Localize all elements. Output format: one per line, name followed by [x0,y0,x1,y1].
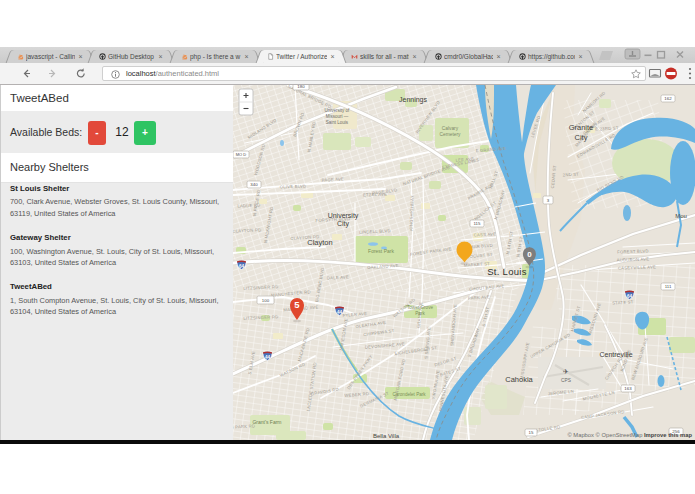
svg-text:Cahokia: Cahokia [505,375,533,384]
svg-text:Calvary: Calvary [442,126,459,131]
svg-text:115: 115 [474,221,482,226]
svg-text:Mou: Mou [675,213,687,219]
svg-text:Carondelet Park: Carondelet Park [392,392,426,397]
svg-text:180: 180 [297,85,305,89]
svg-text:CPS: CPS [561,378,571,383]
svg-text:Granite: Granite [569,123,594,132]
svg-text:OLIVE BLVD: OLIVE BLVD [280,184,307,190]
svg-text:64: 64 [627,294,633,299]
svg-text:✈: ✈ [563,368,569,375]
svg-text:100: 100 [262,298,270,303]
svg-text:City: City [575,133,588,142]
svg-text:Missouri —: Missouri — [326,114,349,119]
svg-text:15: 15 [529,430,534,435]
svg-text:340: 340 [250,182,258,187]
svg-text:163: 163 [624,386,632,391]
svg-text:Tower Grove: Tower Grove [407,305,433,310]
svg-text:Bella Villa: Bella Villa [373,433,400,439]
svg-text:162: 162 [664,96,672,101]
svg-text:University: University [328,212,359,220]
svg-text:Forest Park: Forest Park [368,248,394,254]
svg-text:St. Louis: St. Louis [487,266,527,277]
svg-text:City: City [337,220,350,228]
svg-text:Grant's Farm: Grant's Farm [252,419,281,425]
svg-text:2ND ST: 2ND ST [563,172,580,178]
svg-text:5: 5 [294,299,300,310]
svg-text:44: 44 [265,355,271,360]
svg-text:Park: Park [415,311,425,316]
svg-text:Centreville: Centreville [599,351,632,358]
svg-text:University of: University of [325,108,351,113]
svg-text:Jennings: Jennings [399,96,428,104]
svg-text:Cemetery: Cemetery [440,132,461,137]
svg-text:MO D: MO D [236,152,247,157]
svg-text:44: 44 [337,310,343,315]
svg-text:111: 111 [665,284,672,289]
svg-text:© Mapbox © OpenStreetMap Impro: © Mapbox © OpenStreetMap Improve this ma… [567,432,692,438]
svg-text:64: 64 [239,264,245,269]
svg-text:Saint Louis: Saint Louis [326,120,349,125]
svg-text:0: 0 [527,250,532,259]
svg-text:Clayton: Clayton [307,238,332,247]
